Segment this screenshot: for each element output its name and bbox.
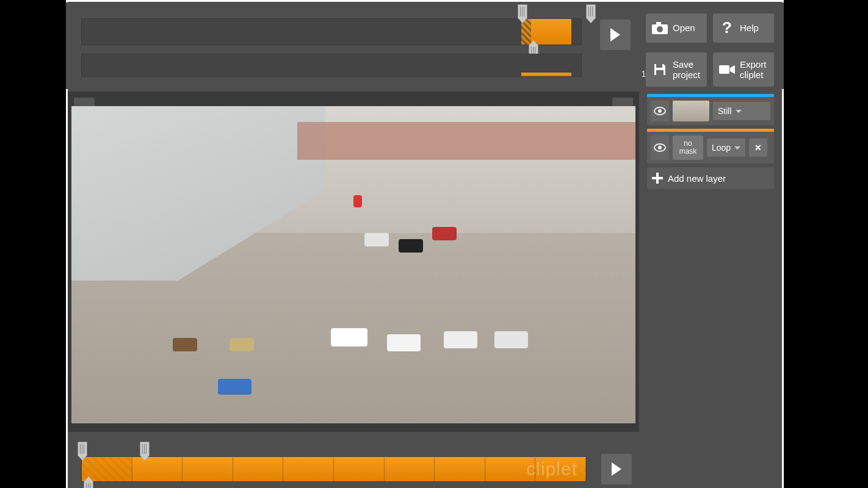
frame-strip[interactable]: cliplet — [81, 456, 587, 482]
bottom-handle-playhead[interactable] — [84, 481, 93, 488]
chevron-down-icon — [734, 146, 740, 149]
add-layer-label: Add new layer — [668, 173, 726, 184]
help-button[interactable]: ? Help — [713, 13, 774, 43]
export-label: Export cliplet — [740, 59, 766, 81]
svg-point-8 — [658, 109, 662, 113]
help-label: Help — [740, 23, 759, 33]
svg-point-10 — [658, 146, 662, 149]
svg-point-2 — [657, 26, 663, 32]
overview-range-fill — [521, 73, 571, 76]
svg-rect-6 — [719, 65, 729, 74]
layer-mode-select[interactable]: Still — [713, 102, 770, 120]
export-cliplet-button[interactable]: Export cliplet — [713, 52, 774, 87]
layer-mode-select[interactable]: Loop — [707, 138, 745, 157]
bottom-handle-start[interactable] — [78, 442, 87, 456]
svg-rect-4 — [656, 64, 662, 68]
layer-mode-label: Loop — [712, 143, 731, 152]
svg-rect-1 — [656, 22, 661, 25]
eye-icon — [654, 143, 666, 152]
layer-card-still[interactable]: Still — [647, 94, 774, 125]
save-project-button[interactable]: Save project — [646, 52, 707, 87]
open-label: Open — [673, 23, 695, 33]
open-button[interactable]: Open — [646, 13, 707, 43]
plus-icon — [652, 173, 663, 184]
camera-icon — [652, 20, 668, 36]
question-icon: ? — [719, 20, 735, 36]
video-camera-icon — [719, 62, 735, 77]
visibility-toggle[interactable] — [651, 135, 669, 160]
layer-thumbnail — [673, 101, 709, 121]
timeline-tracks: 10 seconds — [81, 18, 582, 77]
svg-rect-5 — [656, 70, 664, 75]
app-window: 10 seconds Open ? Help Save project — [66, 0, 784, 488]
close-icon: ✕ — [754, 143, 762, 152]
save-icon — [652, 62, 668, 77]
visibility-toggle[interactable] — [651, 101, 669, 121]
range-handle-end-top[interactable] — [586, 4, 596, 19]
play-icon — [612, 462, 621, 476]
add-layer-button[interactable]: Add new layer — [647, 167, 774, 189]
bottom-handle-end[interactable] — [140, 442, 150, 456]
layers-panel: Still nomask Loop ✕ — [643, 92, 778, 433]
play-button-top[interactable] — [600, 20, 631, 50]
range-handle-start-top[interactable] — [518, 4, 527, 19]
svg-text:?: ? — [722, 20, 732, 37]
layer-accent-bar — [647, 129, 774, 132]
layer-remove-button[interactable]: ✕ — [749, 138, 767, 157]
layer-mode-label: Still — [718, 106, 732, 116]
layer-card-loop[interactable]: nomask Loop ✕ — [647, 129, 774, 163]
preview-image[interactable] — [71, 106, 635, 423]
eye-icon — [654, 107, 666, 115]
play-button-bottom[interactable] — [601, 454, 632, 484]
timeline-track-range[interactable] — [81, 18, 582, 45]
timeline-track-overview[interactable]: 10 seconds — [81, 54, 582, 77]
layer-mask-thumbnail[interactable]: nomask — [673, 135, 703, 160]
bottom-timeline: cliplet — [68, 436, 782, 488]
preview-pane — [68, 92, 639, 432]
layer-accent-bar — [647, 94, 774, 97]
chevron-down-icon — [736, 110, 742, 113]
play-icon — [610, 28, 620, 41]
save-label: Save project — [673, 59, 700, 81]
top-timeline-area: 10 seconds Open ? Help Save project — [66, 2, 784, 89]
